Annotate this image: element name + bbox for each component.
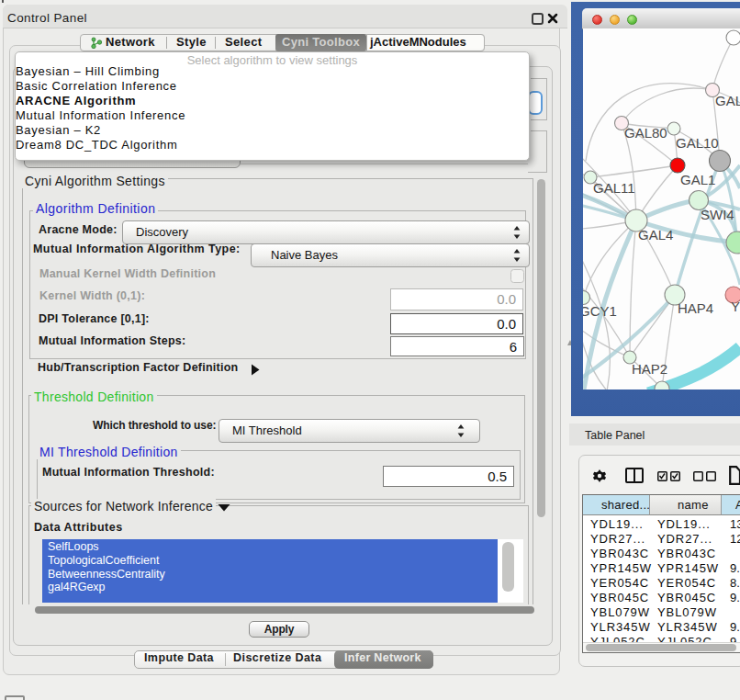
svg-text:GAL7: GAL7	[715, 93, 740, 108]
svg-text:HAP4: HAP4	[678, 300, 713, 316]
svg-text:GAL10: GAL10	[676, 135, 719, 151]
svg-text:GAL1: GAL1	[680, 172, 715, 187]
svg-text:GAL80: GAL80	[624, 125, 667, 141]
svg-text:GCY1: GCY1	[583, 303, 617, 319]
svg-text:SWI4: SWI4	[701, 207, 734, 222]
svg-text:GAL4: GAL4	[638, 227, 673, 243]
svg-text:HAP2: HAP2	[632, 361, 667, 377]
svg-text:Y: Y	[731, 299, 740, 314]
svg-text:GAL11: GAL11	[593, 180, 635, 196]
